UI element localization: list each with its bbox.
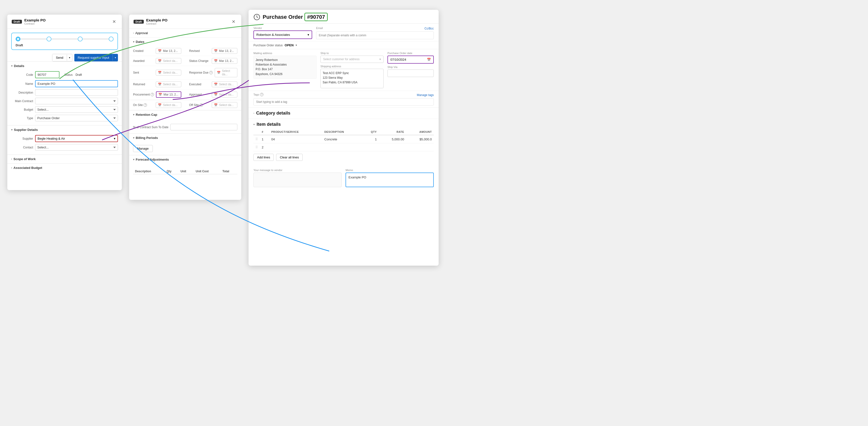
contact-select[interactable]: Select...: [35, 144, 118, 151]
item-details-section: ▾ Item details # PRODUCT/SERVICE DESCRIP…: [249, 119, 439, 164]
revised-row: Revised 📅 Mar 13, 2...: [185, 46, 241, 56]
calendar-icon-revised: 📅: [214, 49, 218, 53]
percent-input[interactable]: [170, 124, 237, 130]
onsite-help-icon: ?: [144, 103, 147, 107]
sent-label: Sent: [133, 71, 154, 74]
billing-label: Billing Periods: [136, 136, 158, 140]
send-button-group[interactable]: Send ▾: [52, 54, 72, 61]
panel-1-close-button[interactable]: ✕: [111, 19, 118, 25]
memo-block: Memo Example PO: [345, 169, 434, 187]
approved-input[interactable]: 📅 Select da...: [212, 92, 237, 97]
executed-placeholder: Select da...: [219, 83, 234, 86]
created-input[interactable]: 📅 Mar 13, 2...: [156, 48, 181, 54]
memo-textarea[interactable]: Example PO: [345, 173, 434, 187]
associated-budget-header[interactable]: › Associated Budget: [7, 163, 122, 172]
contact-row: Contact Select...: [11, 144, 118, 151]
mailing-company: Robertson & Associates: [256, 63, 286, 66]
po-number-highlight: #90707: [304, 13, 328, 21]
code-input[interactable]: [35, 71, 59, 78]
po-date-input[interactable]: 07/10/2024 📅: [388, 56, 434, 64]
retention-chevron: ▾: [133, 113, 134, 116]
approval-chevron: ›: [133, 32, 134, 34]
scope-section-header[interactable]: › Scope of Work: [7, 155, 122, 163]
request-supplier-button[interactable]: Request supplier input: [74, 54, 113, 61]
sent-row: Sent 📅 Select da...: [129, 66, 185, 80]
panel-2-close-button[interactable]: ✕: [230, 19, 237, 25]
approval-row[interactable]: › Approval: [129, 29, 241, 37]
send-button[interactable]: Send: [52, 54, 66, 61]
code-label: Code: [11, 73, 33, 77]
add-lines-button[interactable]: Add lines: [253, 154, 274, 161]
draft-progress-label: Draft: [16, 43, 114, 47]
offsite-input[interactable]: 📅 Select da...: [212, 102, 237, 108]
message-textarea[interactable]: [253, 173, 342, 187]
approval-label: Approval: [135, 31, 148, 35]
cc-bcc-link[interactable]: Cc/Bcc: [425, 27, 434, 30]
category-section-title-row[interactable]: › Category details: [253, 111, 434, 116]
approved-label: Approved: [189, 93, 210, 96]
description-input[interactable]: [35, 89, 118, 96]
panel-2-title: Example PO: [146, 18, 230, 22]
manage-tags-link[interactable]: Manage tags: [417, 93, 434, 97]
name-input[interactable]: [35, 80, 118, 87]
site-dates-grid: On Site ? 📅 Select da... Off Site ? 📅 Se…: [129, 100, 241, 110]
sent-placeholder: Select da...: [163, 71, 178, 74]
dates-label: Dates: [136, 40, 144, 43]
description-row: Description: [11, 89, 118, 96]
revised-input[interactable]: 📅 Mar 13, 2...: [212, 48, 237, 54]
memo-label: Memo: [345, 169, 434, 172]
request-supplier-button-group[interactable]: Request supplier input ▾: [74, 54, 118, 61]
budget-select[interactable]: Select...: [35, 106, 118, 113]
forecast-col-cost: Unit Cost: [194, 169, 220, 174]
dates-section-header[interactable]: ▾ Dates: [129, 37, 241, 46]
supplier-section-header[interactable]: ▾ Supplier Details: [7, 125, 122, 134]
name-label: Name: [11, 82, 33, 86]
address-row: Mailing address Jenny Robertson Robertso…: [249, 49, 439, 91]
email-label: Email: [316, 27, 323, 29]
calendar-icon-onsite: 📅: [158, 103, 161, 107]
panel-1-header: Draft Example PO Contract ✕: [7, 14, 122, 29]
request-supplier-arrow[interactable]: ▾: [113, 55, 118, 61]
drag-handle-2[interactable]: ⠿: [255, 145, 258, 149]
awarded-input[interactable]: 📅 Select da...: [156, 58, 181, 64]
po-status-chevron-icon[interactable]: ▾: [296, 43, 297, 47]
onsite-input[interactable]: 📅 Select da...: [156, 102, 181, 108]
row-1-description: Concrete: [322, 135, 362, 143]
po-status-row: Purchase Order status OPEN ▾: [249, 41, 439, 49]
details-section-header[interactable]: ▾ Details: [7, 62, 122, 70]
forecast-chevron: ▾: [133, 158, 134, 161]
tags-help-icon: ?: [260, 93, 264, 96]
main-contract-select[interactable]: [35, 98, 118, 104]
step-1: [16, 36, 21, 41]
ship-via-input[interactable]: [388, 69, 434, 77]
drag-handle-1[interactable]: ⠿: [255, 137, 258, 141]
supplier-select-box[interactable]: Begle Heating & Air ▾: [35, 135, 118, 142]
sent-input[interactable]: 📅 Select da...: [156, 70, 181, 75]
email-input[interactable]: [316, 31, 434, 39]
procurement-input[interactable]: 📅 Mar 13, 2...: [156, 91, 181, 98]
response-due-input[interactable]: 📅 Select da...: [215, 68, 237, 77]
item-table: # PRODUCT/SERVICE DESCRIPTION QTY RATE A…: [253, 129, 434, 151]
status-label-inline: Status: [64, 73, 73, 77]
item-details-title-row[interactable]: ▾ Item details: [253, 122, 434, 127]
retention-section-header[interactable]: ▾ Retention Cap: [129, 111, 241, 119]
returned-input[interactable]: 📅 Select da...: [156, 82, 181, 87]
row-2-amount: [406, 143, 434, 151]
clear-lines-button[interactable]: Clear all lines: [276, 154, 302, 161]
manage-button[interactable]: Manage: [133, 145, 153, 152]
send-arrow-button[interactable]: ▾: [67, 55, 72, 61]
onsite-row: On Site ? 📅 Select da...: [129, 100, 185, 110]
ship-to-select[interactable]: Select customer for address ▾: [320, 56, 383, 63]
tags-input[interactable]: [253, 98, 434, 105]
billing-section-header[interactable]: ▾ Billing Periods: [129, 133, 241, 142]
status-change-input[interactable]: 📅 Mar 13, 2...: [212, 58, 237, 64]
type-select[interactable]: Purchase Order: [35, 115, 118, 121]
draft-badge-2: Draft: [133, 20, 144, 24]
vendor-select-box[interactable]: Robertson & Associates ▾: [253, 30, 312, 39]
forecast-table: Description Qty Unit Unit Cost Total: [133, 169, 237, 174]
forecast-section-header[interactable]: ▾ Forecast Adjustments: [129, 155, 241, 164]
executed-input[interactable]: 📅 Select da...: [212, 82, 237, 87]
details-label: Details: [14, 64, 24, 68]
message-memo-row: Your message to vendor Memo Example PO: [249, 166, 439, 190]
forecast-col-desc: Description: [133, 169, 165, 174]
